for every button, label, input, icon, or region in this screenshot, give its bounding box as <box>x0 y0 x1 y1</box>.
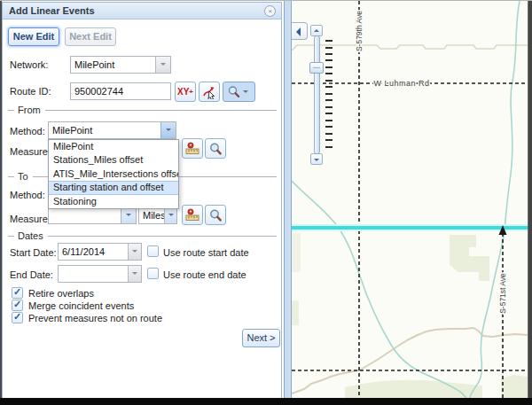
chevron-down-icon[interactable] <box>160 122 176 138</box>
dropdown-item-stations-miles-offset[interactable]: Stations_Miles offset <box>49 153 178 167</box>
to-method-label: Method: <box>10 190 45 200</box>
panel-title: Add Linear Events <box>3 5 264 16</box>
route-id-label: Route ID: <box>10 86 51 97</box>
dropdown-item-stationing[interactable]: Stationing <box>49 195 178 208</box>
network-combobox[interactable]: MilePoint <box>70 56 171 74</box>
start-date-label: Start Date: <box>10 247 57 258</box>
dropdown-item-milepoint[interactable]: MilePoint <box>49 140 178 153</box>
chevron-down-icon[interactable] <box>155 57 170 73</box>
method-dropdown-list: MilePoint Stations_Miles offset ATIS_Mil… <box>48 139 179 209</box>
merge-coincident-events-label: Merge coincident events <box>28 300 134 311</box>
merge-coincident-events-checkbox[interactable] <box>12 300 23 311</box>
prevent-measures-label: Prevent measures not on route <box>28 313 162 323</box>
to-measure-value <box>49 207 121 223</box>
road-label-w-luhman-rd: W Luhman Rd <box>373 79 429 88</box>
collapse-panel-button[interactable] <box>292 22 308 40</box>
route-id-input[interactable]: 950002744 <box>70 82 171 100</box>
to-units-select[interactable]: Miles <box>138 206 177 224</box>
use-route-end-date-label: Use route end date <box>163 269 246 280</box>
ruler-pin-icon <box>185 142 200 156</box>
window-bottom-bar <box>0 398 532 405</box>
use-route-end-date-checkbox[interactable] <box>147 268 159 279</box>
from-measure-label: Measure: <box>10 146 51 157</box>
use-route-start-date-label: Use route start date <box>163 247 249 258</box>
to-measure-label: Measure: <box>10 214 51 224</box>
from-method-label: Method: <box>10 126 45 136</box>
from-fieldset-legend: From <box>8 105 277 115</box>
start-date-value: 6/11/2014 <box>59 244 128 260</box>
map-area[interactable]: W Luhman Rd S-579th Ave S-571st Ave <box>292 1 528 398</box>
to-measure-search-button[interactable] <box>205 205 226 225</box>
chevron-down-icon[interactable] <box>164 207 176 223</box>
select-on-map-button[interactable] <box>199 82 220 102</box>
dropdown-item-starting-station-and-offset[interactable]: Starting station and offset <box>49 181 178 194</box>
search-route-dropdown-button[interactable] <box>223 82 255 102</box>
search-icon <box>208 142 223 156</box>
end-date-label: End Date: <box>10 269 53 280</box>
end-date-field[interactable] <box>58 265 142 283</box>
prevent-measures-checkbox[interactable] <box>12 312 23 323</box>
next-button[interactable]: Next > <box>242 329 280 347</box>
from-method-combobox[interactable]: MilePoint <box>48 121 176 139</box>
chevron-down-icon[interactable] <box>128 266 141 282</box>
add-linear-events-panel: Add Linear Events × New Edit Next Edit N… <box>2 2 282 398</box>
window-right-edge <box>528 1 532 405</box>
ruler-pin-icon <box>185 208 200 222</box>
greenspace-patch <box>292 233 301 272</box>
from-measure-search-button[interactable] <box>205 138 226 159</box>
dates-legend-label: Dates <box>14 230 48 241</box>
zoom-slider-thumb[interactable] <box>309 62 324 74</box>
route-id-value: 950002744 <box>71 83 170 99</box>
search-icon <box>227 85 240 98</box>
to-measure-on-map-button[interactable] <box>182 205 203 225</box>
close-icon[interactable]: × <box>264 5 276 17</box>
application-window: Add Linear Events × New Edit Next Edit N… <box>0 0 532 405</box>
retire-overlaps-checkbox[interactable] <box>12 287 23 299</box>
zoom-slider-track[interactable] <box>314 35 320 154</box>
start-date-field[interactable]: 6/11/2014 <box>58 243 142 261</box>
dates-fieldset-legend: Dates <box>8 230 277 241</box>
panel-body: New Edit Next Edit Network: MilePoint Ro… <box>3 19 281 398</box>
zoom-slider-ticks <box>325 40 332 152</box>
xy-coordinates-button[interactable]: XY+ <box>175 82 196 102</box>
end-date-value <box>59 266 128 282</box>
from-measure-on-map-button[interactable] <box>182 138 203 159</box>
greenspace-patch <box>292 300 299 325</box>
road-label-s579th-ave: S-579th Ave <box>355 11 364 51</box>
chevron-down-icon[interactable] <box>121 207 136 223</box>
zoom-in-button[interactable] <box>310 25 323 36</box>
next-edit-button: Next Edit <box>65 27 116 46</box>
panel-splitter[interactable] <box>284 1 292 398</box>
zoom-out-button[interactable] <box>310 153 323 165</box>
chevron-down-icon[interactable] <box>128 244 141 260</box>
greenspace-patch <box>479 256 489 281</box>
road-label-s571st-ave: S-571st Ave <box>498 273 507 314</box>
network-label: Network: <box>10 59 48 70</box>
xy-icon: XY <box>177 88 189 97</box>
network-value: MilePoint <box>71 57 155 73</box>
dropdown-item-atis-mile-intersections-offset[interactable]: ATIS_Mile_Intersections offset <box>49 167 178 181</box>
select-arrow-icon <box>202 85 216 99</box>
plus-icon: + <box>189 88 193 96</box>
new-edit-button[interactable]: New Edit <box>8 27 59 46</box>
to-measure-combobox[interactable] <box>48 206 137 224</box>
from-legend-label: From <box>14 105 45 115</box>
search-icon <box>208 208 223 222</box>
from-method-value: MilePoint <box>49 122 160 138</box>
to-legend-label: To <box>14 171 33 182</box>
retire-overlaps-label: Retire overlaps <box>28 288 94 299</box>
greenspace-patch <box>501 375 528 398</box>
chevron-down-icon[interactable] <box>240 82 252 101</box>
to-units-value: Miles <box>139 207 164 223</box>
use-route-start-date-checkbox[interactable] <box>147 245 159 257</box>
window-left-edge <box>0 1 2 405</box>
panel-header: Add Linear Events × <box>3 3 281 19</box>
